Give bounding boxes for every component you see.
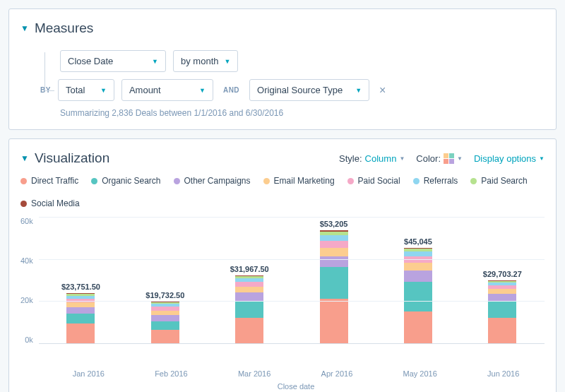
bar-segment[interactable] [320,267,348,299]
chevron-down-icon: ▼ [20,23,29,33]
x-axis-title: Close date [20,382,545,391]
palette-icon [444,153,454,164]
caret-down-icon: ▼ [224,58,230,65]
viz-header: ▼ Visualization Style: Column ▼ Color: ▼… [20,150,545,166]
visualization-panel: ▼ Visualization Style: Column ▼ Color: ▼… [8,138,557,392]
bar-stack[interactable] [151,302,179,343]
bar-segment[interactable] [151,315,179,321]
bar-segment[interactable] [404,263,432,271]
x-tick: Jan 2016 [73,369,105,378]
measures-panel: ▼ Measures Close Date ▼ by month ▼ BY To… [8,8,557,130]
bar-segment[interactable] [488,289,516,294]
bar-segment[interactable] [404,251,432,256]
date-row: Close Date ▼ by month ▼ [60,50,545,72]
bar-segment[interactable] [151,321,179,330]
legend-item[interactable]: Direct Traffic [20,176,78,186]
frequency-value: by month [181,56,218,66]
bar-segment[interactable] [235,292,263,301]
bar-segment[interactable] [66,323,95,344]
legend-label: Referrals [424,176,458,186]
bar-segment[interactable] [320,299,348,343]
legend-item[interactable]: Referrals [413,176,458,186]
bar-segment[interactable] [488,301,516,318]
bar-segment[interactable] [488,318,516,343]
bar-segment[interactable] [320,248,348,256]
bar-segment[interactable] [320,241,348,248]
chart-plot: $23,751.50$19,732.50$31,967.50$53,205$45… [39,217,545,344]
close-date-value: Close Date [68,56,113,66]
legend-item[interactable]: Social Media [20,198,80,208]
bar-segment[interactable] [151,330,179,344]
legend-item[interactable]: Email Marketing [263,176,335,186]
remove-source-button[interactable]: × [376,84,388,97]
display-options-button[interactable]: Display options ▼ [474,153,545,164]
bar-segment[interactable] [151,311,179,316]
visualization-toggle[interactable]: ▼ Visualization [20,150,109,166]
legend-swatch [174,178,180,184]
caret-down-icon: ▼ [539,155,545,162]
chart-area: 60k40k20k0k $23,751.50$19,732.50$31,967.… [20,217,545,365]
bar-segment[interactable] [235,301,263,318]
bar-group: $23,751.50 [43,283,119,343]
legend-item[interactable]: Paid Search [470,176,527,186]
legend-swatch [470,178,477,184]
style-selector[interactable]: Style: Column ▼ [339,153,405,164]
color-selector[interactable]: Color: ▼ [416,153,463,164]
color-label: Color: [416,153,441,164]
close-date-dropdown[interactable]: Close Date ▼ [60,50,166,72]
x-tick: Mar 2016 [238,369,270,378]
y-tick: 0k [25,335,33,344]
legend-item[interactable]: Other Campaigns [174,176,251,186]
caret-down-icon: ▼ [199,87,206,94]
caret-down-icon: ▼ [457,155,463,162]
legend-label: Organic Search [102,176,160,186]
legend-swatch [20,178,27,184]
tree-connector [44,52,54,91]
bar-segment[interactable] [488,294,516,302]
bar-segment[interactable] [235,318,263,343]
summary-text: Summarizing 2,836 Deals between 1/1/2016… [60,108,545,118]
measures-toggle[interactable]: ▼ Measures [20,20,545,36]
measures-body: Close Date ▼ by month ▼ BY Total ▼ Amoun… [20,50,545,118]
bar-segment[interactable] [404,311,432,343]
style-value: Column [365,153,397,164]
frequency-dropdown[interactable]: by month ▼ [173,50,238,72]
amount-dropdown[interactable]: Amount ▼ [121,79,213,101]
bar-segment[interactable] [235,282,263,287]
total-value: Total [66,85,85,95]
gridline [39,301,545,302]
bar-stack[interactable] [320,230,348,343]
legend-swatch [413,178,420,184]
legend-label: Paid Search [481,176,527,186]
total-dropdown[interactable]: Total ▼ [58,79,114,101]
bar-segment[interactable] [66,307,95,314]
legend-swatch [20,201,27,207]
bar-stack[interactable] [235,275,263,343]
legend-item[interactable]: Paid Social [347,176,400,186]
legend-label: Other Campaigns [184,176,251,186]
viz-options: Style: Column ▼ Color: ▼ Display options… [339,153,545,164]
bar-stack[interactable] [488,280,516,343]
legend-label: Social Media [31,198,80,208]
amount-value: Amount [129,85,161,95]
bar-stack[interactable] [404,248,432,343]
bar-segment[interactable] [235,287,263,292]
legend-label: Direct Traffic [31,176,78,186]
caret-down-icon: ▼ [355,87,362,94]
legend-item[interactable]: Organic Search [91,176,160,186]
style-label: Style: [339,153,362,164]
source-dropdown[interactable]: Original Source Type ▼ [249,79,369,101]
x-axis-labels: Jan 2016Feb 2016Mar 2016Apr 2016May 2016… [20,369,545,378]
bar-segment[interactable] [66,314,95,323]
bar-segment[interactable] [320,235,348,241]
bar-segment[interactable] [404,271,432,283]
y-tick: 40k [20,256,33,265]
bar-segment[interactable] [66,302,95,307]
bar-group: $53,205 [296,220,371,343]
bar-total-label: $19,732.50 [145,291,184,299]
visualization-title: Visualization [35,150,109,166]
y-tick: 20k [20,296,33,304]
x-tick: Jun 2016 [487,369,519,378]
bar-segment[interactable] [404,282,432,311]
bar-segment[interactable] [320,256,348,267]
